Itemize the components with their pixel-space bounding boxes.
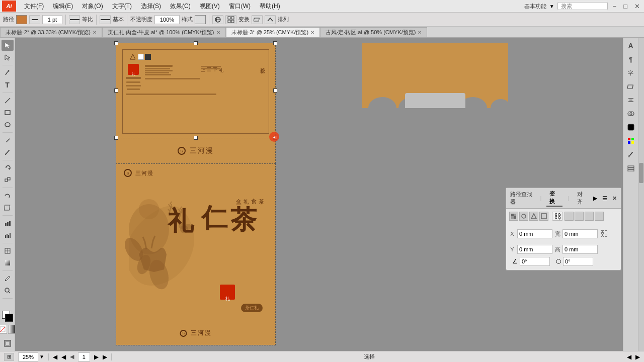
pathfinder-chain[interactable]: ⛓ [552,212,563,221]
maximize-button[interactable]: □ [621,3,629,10]
ip-pathfinder-icon[interactable] [625,108,637,120]
handle-tm[interactable] [194,41,198,45]
eyedropper-tool[interactable] [2,273,14,284]
workspace-dropdown-icon[interactable]: ▼ [549,4,554,9]
vertical-scrollbar[interactable] [638,38,644,351]
ellipse-tool[interactable] [2,119,14,130]
angle2-input[interactable] [563,257,593,266]
pf-8[interactable] [595,212,604,221]
ip-swatch-icon[interactable] [625,135,637,147]
tab-1[interactable]: 未标题-2* @ 33.33% (CMYK/预览) ✕ [0,27,102,37]
tab-3-close[interactable]: ✕ [310,30,314,35]
pf-1[interactable] [509,212,518,221]
x-input[interactable] [517,229,552,238]
globe-icon[interactable] [212,15,223,24]
warp-tool[interactable] [2,190,14,201]
menu-text[interactable]: 文字(T) [108,1,136,12]
pf-7[interactable] [585,212,594,221]
ip-layer-icon[interactable] [625,162,637,174]
close-button[interactable]: ✕ [632,3,642,10]
dash-line-icon[interactable] [69,15,80,24]
menu-effect[interactable]: 效果(C) [166,1,195,12]
status-icon-left[interactable]: ⊞ [4,353,14,361]
ip-paragraph-icon[interactable]: ¶ [625,53,637,65]
text-tool[interactable]: T [2,79,14,90]
scale-tool[interactable] [2,174,14,186]
nav-right2[interactable]: ▶ [103,353,107,360]
background-color[interactable] [5,314,13,322]
pathfinder-grid[interactable] [509,212,548,221]
angle-input[interactable] [520,257,550,266]
ip-char-icon[interactable]: 字 [625,67,637,79]
handle-ml[interactable] [114,88,118,93]
search-input[interactable] [557,2,608,10]
handle-mr[interactable] [273,88,277,93]
ip-align-icon[interactable] [625,94,637,106]
stroke-width-input[interactable] [42,15,62,24]
tab-3[interactable]: 未标题-3* @ 25% (CMYK/预览) ✕ [226,27,320,37]
fill-none-icon[interactable] [0,325,7,334]
handle-bm[interactable] [194,136,198,140]
select-tool[interactable] [2,40,14,51]
panel-menu-icon[interactable]: ☰ [602,195,607,202]
menu-select[interactable]: 选择(S) [137,1,165,12]
mesh-tool[interactable] [2,245,14,256]
free-transform-tool[interactable] [2,202,14,213]
ip-transform-icon[interactable] [625,80,637,93]
rect-tool[interactable] [2,107,14,118]
handle-tr[interactable] [273,41,277,45]
ip-brush-icon[interactable] [625,148,637,160]
scroll-thumb[interactable] [639,163,643,183]
pf-3[interactable] [529,212,538,221]
tab-4-close[interactable]: ✕ [418,30,422,35]
status-prev-icon[interactable]: ◀ [627,353,631,360]
ip-text-icon[interactable]: A [625,40,637,52]
h-input[interactable] [562,245,598,254]
menu-view[interactable]: 视图(V) [196,1,224,12]
panel-close-icon[interactable]: ✕ [612,195,617,202]
column-graph-tool[interactable] [2,230,14,241]
page-input[interactable] [78,352,90,361]
tab-2-close[interactable]: ✕ [216,30,220,35]
zoom-input[interactable] [18,352,38,361]
tab-1-close[interactable]: ✕ [93,30,97,35]
style-swatch[interactable] [195,15,206,24]
artboard-tool[interactable] [2,338,14,349]
brush-tool[interactable] [2,147,14,158]
chain-icon[interactable]: ⛓ [600,225,609,243]
panel-expand-icon[interactable]: ▶ [593,195,597,202]
nav-right[interactable]: ▶ [94,353,99,360]
direct-select-tool[interactable] [2,52,14,63]
handle-tl[interactable] [114,41,118,45]
dash-line2-icon[interactable] [100,15,111,24]
zoom-dropdown-icon[interactable]: ▼ [39,354,44,359]
minimize-button[interactable]: − [611,3,619,10]
pf-5[interactable] [565,212,574,221]
rotate-tool[interactable] [2,162,14,173]
tab-4[interactable]: 古风·定·转区.ai @ 50% (CMYK/预览) ✕ [320,27,427,37]
pf-2[interactable] [519,212,528,221]
tab-2[interactable]: 页仁礼·肉盒·牛皮.ai* @ 100% (CMYK/预览) ✕ [102,27,226,37]
nav-prev[interactable]: ◀ [53,353,57,360]
grid-icon[interactable] [225,15,236,24]
stroke-weight-icon[interactable] [29,15,40,24]
color-pair[interactable] [2,311,13,322]
zoom-tool[interactable] [2,285,14,296]
zoom-display[interactable]: ▼ [18,352,44,361]
tab-transform[interactable]: 变换 [546,190,562,207]
pf-6[interactable] [575,212,584,221]
gradient-tool[interactable] [2,257,14,268]
opacity-input[interactable] [154,15,180,24]
ip-color-icon[interactable] [625,121,637,133]
pencil-tool[interactable] [2,135,14,146]
menu-help[interactable]: 帮助(H) [256,1,284,12]
pen-tool[interactable] [2,67,14,78]
menu-object[interactable]: 对象(O) [78,1,107,12]
w-input[interactable] [562,229,598,238]
pf-4[interactable] [539,212,548,221]
menu-file[interactable]: 文件(F) [20,1,48,12]
menu-window[interactable]: 窗口(W) [225,1,255,12]
graph-tool[interactable] [2,218,14,229]
handle-bl[interactable] [114,136,118,140]
tab-align[interactable]: 对齐 [574,190,590,206]
